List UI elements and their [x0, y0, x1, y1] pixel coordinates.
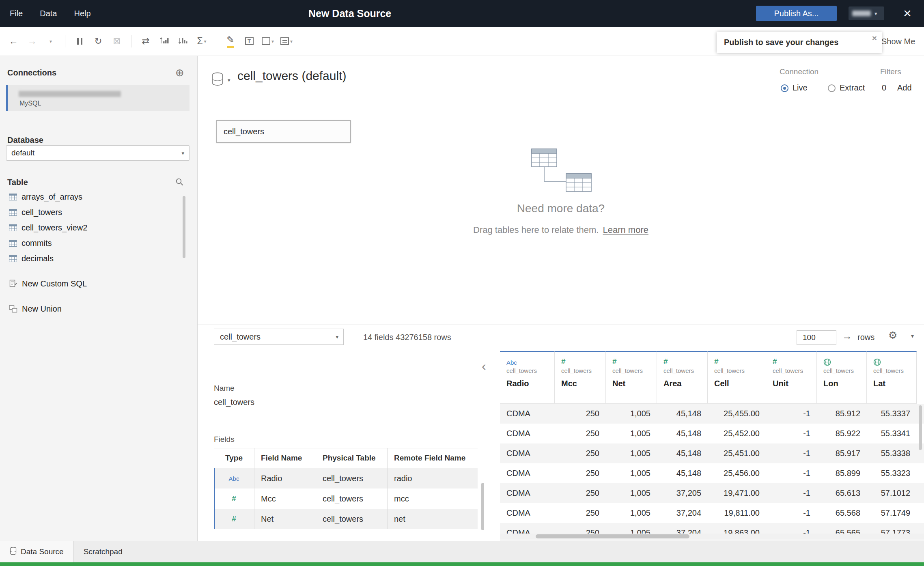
sidebar-scrollbar[interactable]	[183, 196, 185, 258]
grid-cell: 45,148	[657, 424, 708, 443]
redo-button[interactable]: →	[24, 32, 41, 51]
table-row[interactable]: CDMA2501,00545,14825,451.00-185.91755.33…	[500, 443, 924, 463]
row-count-input[interactable]: 100	[797, 330, 836, 345]
view-options-button[interactable]: ▾	[278, 32, 295, 51]
table-item-arrays_of_arrays[interactable]: arrays_of_arrays	[0, 189, 198, 204]
chevron-down-icon[interactable]: ▾	[911, 333, 914, 339]
fields-column-header: Field Name	[254, 448, 316, 468]
grid-cell: -1	[766, 483, 817, 503]
field-table-cell: cell_towers	[316, 509, 388, 529]
close-window-button[interactable]: ×	[903, 3, 911, 23]
grid-cell: -1	[766, 503, 817, 523]
empty-state-subtitle: Drag tables here to relate them.Learn mo…	[198, 225, 924, 235]
data-grid: Abccell_towersRadio#cell_towersMcc#cell_…	[500, 351, 924, 541]
add-connection-icon[interactable]: ⊕	[175, 67, 184, 79]
sort-descending-button[interactable]	[174, 32, 192, 51]
field-remote-cell: net	[388, 509, 477, 529]
clear-sheet-button[interactable]: ⊠	[108, 32, 125, 51]
table-row[interactable]: CDMA2501,00545,14825,452.00-185.92255.33…	[500, 424, 924, 443]
table-row[interactable]: CDMA2501,00537,20419,811.00-165.56857.17…	[500, 503, 924, 523]
gear-icon[interactable]: ⚙	[888, 329, 897, 341]
new-custom-sql-button[interactable]: New Custom SQL	[0, 276, 198, 291]
table-row[interactable]: CDMA2501,00545,14825,455.00-185.91255.33…	[500, 404, 924, 424]
refresh-button[interactable]: ↻	[90, 32, 107, 51]
grid-cell: -1	[766, 443, 817, 463]
filters-add-button[interactable]: Add	[897, 83, 912, 93]
datasource-db-icon[interactable]	[211, 72, 224, 88]
horizontal-scrollbar-thumb[interactable]	[536, 534, 689, 538]
swap-rows-columns-button[interactable]: ⇄	[137, 32, 154, 51]
number-type-icon: #	[714, 357, 719, 366]
grid-column-header-radio[interactable]: Abccell_towersRadio	[500, 351, 555, 404]
table-select-dropdown[interactable]: cell_towers ▾	[214, 329, 344, 345]
fields-scrollbar[interactable]	[481, 483, 484, 530]
grid-column-header-cell[interactable]: #cell_towersCell	[708, 351, 766, 404]
sort-ascending-button[interactable]	[156, 32, 173, 51]
redo-options-button[interactable]: ▾	[42, 32, 59, 51]
table-item-decimals[interactable]: decimals	[0, 251, 198, 266]
name-input[interactable]: cell_towers	[214, 398, 478, 412]
table-item-cell_towers_view2[interactable]: cell_towers_view2	[0, 220, 198, 235]
empty-state-title: Need more data?	[198, 202, 924, 215]
fields-column-header: Remote Field Name	[388, 448, 477, 468]
grid-column-type-icon	[823, 356, 866, 366]
canvas-table-node[interactable]: cell_towers	[216, 120, 351, 143]
learn-more-link[interactable]: Learn more	[603, 225, 648, 235]
show-mark-labels-button[interactable]: T	[241, 32, 258, 51]
table-item-cell_towers[interactable]: cell_towers	[0, 204, 198, 220]
vertical-scrollbar-thumb[interactable]	[919, 405, 922, 450]
table-icon	[9, 240, 17, 247]
fit-size-button[interactable]: ▾	[259, 32, 276, 51]
publish-as-button[interactable]: Publish As...	[756, 6, 837, 21]
grid-cell: 65.568	[817, 503, 867, 523]
grid-column-header-area[interactable]: #cell_towersArea	[657, 351, 708, 404]
tab-data-source[interactable]: Data Source	[0, 541, 74, 562]
search-icon[interactable]	[175, 178, 184, 188]
grid-cell: 45,148	[657, 404, 708, 424]
live-radio[interactable]	[781, 84, 788, 92]
table-item-commits[interactable]: commits	[0, 235, 198, 251]
user-menu[interactable]: ▾	[849, 6, 884, 20]
tooltip-close-icon[interactable]: ×	[872, 33, 877, 43]
menu-data[interactable]: Data	[40, 9, 57, 18]
extract-label[interactable]: Extract	[840, 83, 865, 93]
pause-updates-button[interactable]	[71, 32, 88, 51]
extract-radio[interactable]	[828, 84, 836, 92]
table-item-label: arrays_of_arrays	[22, 192, 82, 202]
totals-button[interactable]: Σ▾	[193, 32, 210, 51]
toolbar-divider	[65, 35, 65, 47]
tab-scratchpad[interactable]: Scratchpad	[74, 541, 132, 562]
menu-file[interactable]: File	[10, 9, 23, 18]
chevron-down-icon[interactable]: ▾	[228, 77, 230, 83]
grid-column-header-net[interactable]: #cell_towersNet	[606, 351, 657, 404]
collapse-panel-icon[interactable]: ‹	[482, 359, 486, 374]
table-row[interactable]: CDMA2501,00537,20519,471.00-165.61357.10…	[500, 483, 924, 503]
chart-labels-icon	[280, 37, 289, 45]
chevron-down-icon: ▾	[204, 39, 207, 44]
grid-column-header-lat[interactable]: cell_towersLat	[867, 351, 917, 404]
apply-row-count-icon[interactable]: →	[842, 330, 852, 342]
new-union-button[interactable]: New Union	[0, 301, 198, 316]
live-label[interactable]: Live	[793, 83, 808, 93]
field-row-mcc[interactable]: #Mcccell_towersmcc	[214, 489, 478, 509]
database-select[interactable]: default ▾	[6, 145, 190, 161]
new-union-label: New Union	[22, 304, 62, 314]
grid-column-header-unit[interactable]: #cell_towersUnit	[766, 351, 817, 404]
tab-label: Data Source	[21, 547, 64, 556]
menu-help[interactable]: Help	[74, 9, 90, 18]
grid-column-type-icon	[873, 356, 916, 366]
field-row-radio[interactable]: AbcRadiocell_towersradio	[214, 468, 478, 489]
chevron-down-icon: ▾	[271, 39, 274, 44]
connection-item[interactable]: MySQL	[6, 85, 190, 111]
table-icon	[9, 224, 17, 231]
undo-button[interactable]: ←	[5, 32, 22, 51]
table-row[interactable]: CDMA2501,00545,14825,456.00-185.89955.33…	[500, 463, 924, 483]
grid-column-header-mcc[interactable]: #cell_towersMcc	[555, 351, 606, 404]
grid-cell: 37,205	[657, 483, 708, 503]
grid-column-header-lon[interactable]: cell_towersLon	[817, 351, 867, 404]
show-me-button[interactable]: Show Me	[881, 27, 915, 56]
table-item-label: commits	[22, 239, 52, 248]
publish-tooltip: Publish to save your changes ×	[717, 32, 882, 53]
highlight-button[interactable]: ✎	[222, 32, 239, 51]
field-row-net[interactable]: #Netcell_towersnet	[214, 509, 478, 529]
